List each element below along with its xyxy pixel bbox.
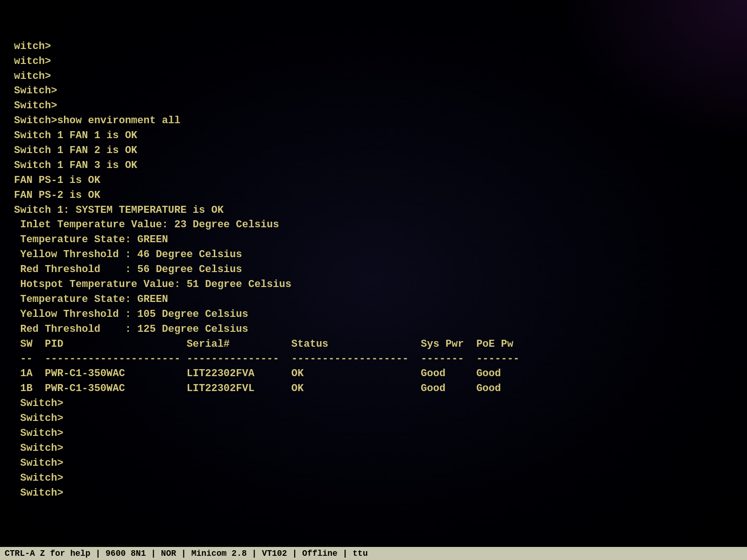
terminal-line: Switch> — [14, 471, 733, 486]
terminal-line: -- ---------------------- --------------… — [14, 351, 733, 366]
terminal-line: Switch 1 FAN 1 is OK — [14, 128, 733, 143]
terminal-line: Yellow Threshold : 46 Degree Celsius — [14, 247, 733, 262]
terminal-line: Switch> — [14, 411, 733, 426]
terminal-line: Red Threshold : 56 Degree Celsius — [14, 262, 733, 277]
terminal-line: witch> — [14, 69, 733, 84]
terminal-line: witch> — [14, 39, 733, 54]
terminal-line: Red Threshold : 125 Degree Celsius — [14, 322, 733, 337]
terminal-line: FAN PS-2 is OK — [14, 188, 733, 203]
terminal-window: witch>witch>witch>Switch>Switch>Switch>s… — [0, 0, 747, 560]
terminal-line: Hotspot Temperature Value: 51 Degree Cel… — [14, 277, 733, 292]
terminal-line: 1B PWR-C1-350WAC LIT22302FVL OK Good Goo… — [14, 381, 733, 396]
terminal-line: Switch> — [14, 98, 733, 113]
terminal-line: Switch> — [14, 441, 733, 456]
terminal-line: Switch>show environment all — [14, 113, 733, 128]
terminal-line: Switch 1 FAN 3 is OK — [14, 158, 733, 173]
terminal-line: witch> — [14, 54, 733, 69]
terminal-line: Inlet Temperature Value: 23 Degree Celsi… — [14, 217, 733, 232]
status-bar: CTRL-A Z for help | 9600 8N1 | NOR | Min… — [0, 547, 747, 560]
terminal-line: Temperature State: GREEN — [14, 232, 733, 247]
terminal-output: witch>witch>witch>Switch>Switch>Switch>s… — [14, 9, 733, 500]
terminal-line: Switch> — [14, 426, 733, 441]
terminal-line: FAN PS-1 is OK — [14, 173, 733, 188]
terminal-line: Switch 1: SYSTEM TEMPERATURE is OK — [14, 203, 733, 218]
terminal-line: Temperature State: GREEN — [14, 292, 733, 307]
terminal-line: Yellow Threshold : 105 Degree Celsius — [14, 307, 733, 322]
terminal-line: 1A PWR-C1-350WAC LIT22302FVA OK Good Goo… — [14, 366, 733, 381]
terminal-line: Switch 1 FAN 2 is OK — [14, 143, 733, 158]
terminal-line: Switch> — [14, 486, 733, 501]
terminal-line: Switch> — [14, 84, 733, 98]
terminal-line: Switch> — [14, 396, 733, 411]
terminal-line: Switch> — [14, 456, 733, 471]
terminal-line: SW PID Serial# Status Sys Pwr PoE Pw — [14, 337, 733, 352]
